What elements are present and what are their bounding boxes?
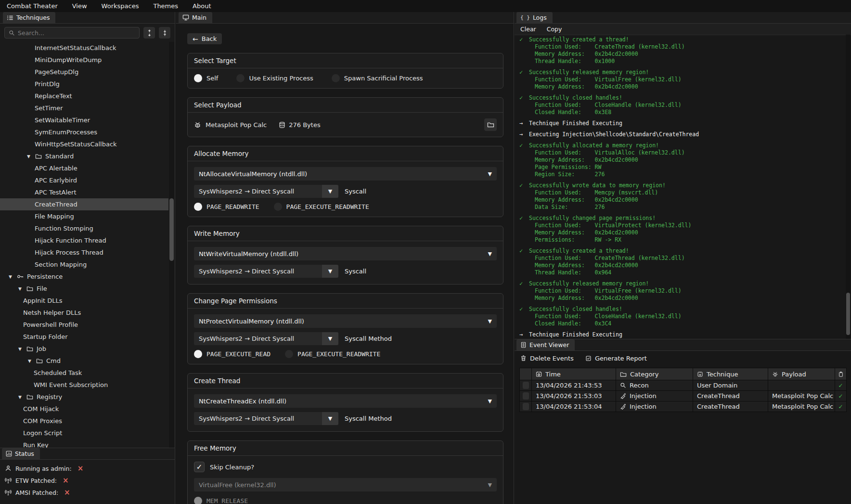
radio-self[interactable]: Self [194, 74, 218, 82]
tab-event-viewer[interactable]: Event Viewer [516, 339, 575, 350]
sidebar-item-netsh-helper-dlls[interactable]: Netsh Helper DLLs [0, 307, 168, 319]
collapse-all-button[interactable] [159, 27, 170, 39]
expand-all-button[interactable] [143, 27, 155, 39]
row-checkbox[interactable] [523, 382, 529, 389]
browse-payload-button[interactable] [484, 118, 497, 131]
tab-logs[interactable]: { } Logs [516, 12, 553, 23]
sidebar-item-file-mapping[interactable]: File Mapping [0, 210, 168, 222]
select-all-cell[interactable] [520, 368, 532, 380]
chevron-down-icon[interactable]: ▼ [18, 347, 23, 351]
sidebar-item-setwaitabletimer[interactable]: SetWaitableTimer [0, 114, 168, 126]
sidebar-item-replacetext[interactable]: ReplaceText [0, 90, 168, 102]
write-method-dropdown[interactable]: SysWhispers2 → Direct Syscall ▼ [194, 265, 338, 278]
sidebar-item-section-mapping[interactable]: Section Mapping [0, 258, 168, 271]
sidebar-scrollbar-thumb[interactable] [169, 198, 174, 261]
free-api-dropdown[interactable]: VirtualFree (kernel32.dll) ▼ [194, 478, 497, 491]
allocate-api-dropdown[interactable]: NtAllocateVirtualMemory (ntdll.dll) ▼ [194, 167, 497, 181]
sidebar-item-createthread[interactable]: CreateThread [0, 198, 168, 210]
sidebar-item-job[interactable]: ▼Job [0, 343, 168, 355]
search-icon [9, 30, 15, 36]
sidebar-item-hijack-function-thread[interactable]: Hijack Function Thread [0, 234, 168, 246]
menu-themes[interactable]: Themes [153, 2, 178, 10]
tab-techniques[interactable]: Techniques [3, 12, 55, 23]
menu-view[interactable]: View [72, 2, 87, 10]
radio-page-execute-readwrite[interactable]: PAGE_EXECUTE_READWRITE [274, 203, 369, 211]
sidebar-item-file[interactable]: ▼File [0, 283, 168, 295]
sidebar-item-appinit-dlls[interactable]: AppInit DLLs [0, 295, 168, 307]
sidebar-item-hijack-process-thread[interactable]: Hijack Process Thread [0, 246, 168, 258]
sidebar-item-internetsetstatuscallback[interactable]: InternetSetStatusCallback [0, 42, 168, 54]
radio-page-execute-read[interactable]: PAGE_EXECUTE_READ [194, 350, 271, 358]
thread-method-dropdown[interactable]: SysWhispers2 → Direct Syscall ▼ [194, 412, 338, 425]
sidebar-item-cmd[interactable]: ▼Cmd [0, 355, 168, 367]
event-row[interactable]: 13/04/2026 21:43:53 Recon User Domain ✓ [520, 380, 846, 390]
mem-release-radio[interactable]: MEM_RELEASE [194, 497, 497, 504]
tree-item-label: PageSetupDlg [35, 68, 78, 76]
sidebar-item-minidumpwritedump[interactable]: MiniDumpWriteDump [0, 54, 168, 66]
radio-page-execute-readwrite[interactable]: PAGE_EXECUTE_READWRITE [285, 350, 380, 358]
sidebar-item-winhttpsetstatuscallback[interactable]: WinHttpSetStatusCallback [0, 138, 168, 150]
tab-main[interactable]: Main [179, 12, 212, 23]
back-button[interactable]: ← Back [187, 33, 222, 44]
sidebar-item-com-hijack[interactable]: COM Hijack [0, 403, 168, 415]
sidebar-item-run-key[interactable]: Run Key [0, 439, 168, 448]
sidebar-item-pagesetupdlg[interactable]: PageSetupDlg [0, 66, 168, 78]
sidebar-scrollbar-track[interactable] [169, 42, 174, 448]
sidebar-item-symenumprocesses[interactable]: SymEnumProcesses [0, 126, 168, 138]
chevron-down-icon[interactable]: ▼ [18, 395, 23, 400]
log-detail: Function Used: VirtualFree (kernel32.dll… [535, 76, 845, 83]
logs-scrollbar-thumb[interactable] [846, 293, 850, 335]
radio-page-readwrite[interactable]: PAGE_READWRITE [194, 203, 259, 211]
sidebar-item-powershell-profile[interactable]: Powershell Profile [0, 319, 168, 331]
radio-spawn-sacrificial-process[interactable]: Spawn Sacrificial Process [332, 74, 423, 82]
sidebar-item-wmi-event-subscription[interactable]: WMI Event Subscription [0, 379, 168, 391]
event-row[interactable]: 13/04/2026 21:53:04 Injection CreateThre… [520, 401, 846, 412]
search-box[interactable] [4, 27, 140, 39]
chevron-down-icon[interactable]: ▼ [27, 154, 32, 159]
clear-logs-button[interactable]: Clear [520, 26, 536, 33]
sidebar-item-function-stomping[interactable]: Function Stomping [0, 222, 168, 234]
sidebar-item-apc-alertable[interactable]: APC Alertable [0, 162, 168, 174]
logs-scrollbar-track[interactable] [846, 35, 851, 339]
copy-logs-button[interactable]: Copy [547, 26, 562, 33]
sidebar-item-apc-testalert[interactable]: APC TestAlert [0, 186, 168, 198]
sidebar-item-logon-script[interactable]: Logon Script [0, 427, 168, 439]
tree-item-label: Section Mapping [35, 261, 87, 268]
menu-workspaces[interactable]: Workspaces [102, 2, 139, 10]
check-icon: ✓ [519, 94, 525, 102]
menu-combat-theater[interactable]: Combat Theater [7, 2, 58, 10]
search-input[interactable] [18, 29, 135, 37]
logs-panel: { } Logs Clear Copy ✓Successfully create… [515, 12, 851, 339]
event-row[interactable]: 13/04/2026 21:53:03 Injection CreateThre… [520, 390, 846, 401]
sidebar-item-persistence[interactable]: ▼Persistence [0, 271, 168, 283]
sidebar-item-com-proxies[interactable]: COM Proxies [0, 415, 168, 427]
sidebar-item-scheduled-task[interactable]: Scheduled Task [0, 367, 168, 379]
write-api-dropdown[interactable]: NtWriteVirtualMemory (ntdll.dll) ▼ [194, 247, 497, 260]
chevron-down-icon: ▼ [322, 265, 338, 278]
tree-item-label: Startup Folder [23, 333, 68, 340]
collapse-all-icon [162, 29, 168, 37]
row-checkbox[interactable] [523, 392, 529, 400]
delete-events-button[interactable]: Delete Events [520, 355, 574, 362]
radio-use-existing-process[interactable]: Use Existing Process [236, 74, 313, 82]
generate-report-button[interactable]: Generate Report [585, 355, 647, 362]
sidebar-item-startup-folder[interactable]: Startup Folder [0, 331, 168, 343]
log-entry: ✓Successfully allocated a memory region!… [519, 142, 845, 178]
row-checkbox[interactable] [523, 403, 529, 410]
thread-api-dropdown[interactable]: NtCreateThreadEx (ntdll.dll) ▼ [194, 394, 497, 408]
menu-about[interactable]: About [193, 2, 211, 10]
back-button-label: Back [202, 35, 217, 42]
sidebar-item-standard[interactable]: ▼Standard [0, 150, 168, 162]
allocate-method-dropdown[interactable]: SysWhispers2 → Direct Syscall ▼ [194, 185, 338, 198]
chevron-down-icon[interactable]: ▼ [28, 359, 33, 363]
chevron-down-icon[interactable]: ▼ [18, 286, 23, 291]
skip-cleanup-checkbox[interactable]: ✓ [194, 462, 205, 472]
sidebar-item-settimer[interactable]: SetTimer [0, 102, 168, 114]
sidebar-item-registry[interactable]: ▼Registry [0, 391, 168, 403]
chevron-down-icon[interactable]: ▼ [9, 274, 13, 279]
protect-method-dropdown[interactable]: SysWhispers2 → Direct Syscall ▼ [194, 332, 338, 345]
tab-status[interactable]: Status [2, 448, 40, 459]
sidebar-item-apc-earlybird[interactable]: APC Earlybird [0, 174, 168, 186]
protect-api-dropdown[interactable]: NtProtectVirtualMemory (ntdll.dll) ▼ [194, 314, 497, 328]
sidebar-item-printdlg[interactable]: PrintDlg [0, 78, 168, 90]
